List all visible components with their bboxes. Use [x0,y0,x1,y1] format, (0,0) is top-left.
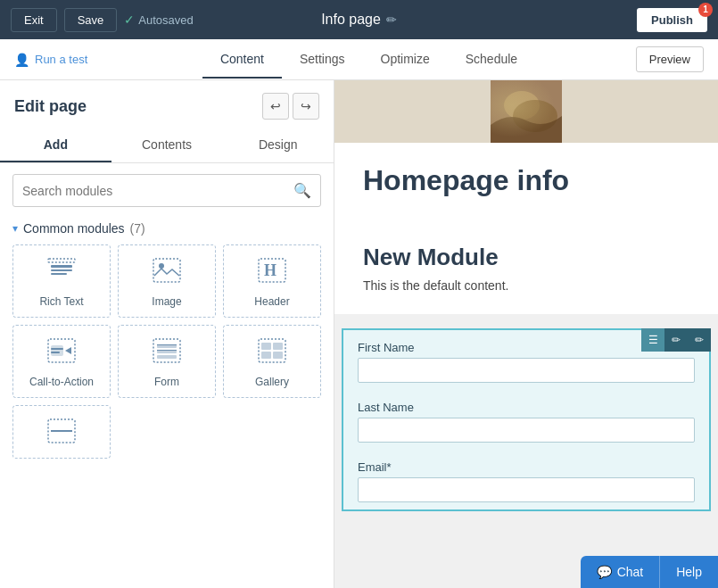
preview-button[interactable]: Preview [636,46,704,72]
chat-help-bar: 💬 Chat Help [581,556,718,588]
exit-button[interactable]: Exit [11,8,57,32]
sidebar-tabs: Add Contents Design [0,128,334,163]
svg-rect-11 [51,348,63,350]
chat-button[interactable]: 💬 Chat [581,556,660,588]
svg-rect-17 [157,344,177,345]
form-input-email[interactable] [358,477,695,502]
preview-image-area [334,80,718,143]
svg-rect-4 [153,259,180,282]
autosaved-label: Autosaved [138,13,193,27]
svg-rect-23 [273,352,283,359]
nav-bar: 👤 Run a test Content Settings Optimize S… [0,39,718,80]
tab-schedule[interactable]: Schedule [448,41,535,79]
svg-rect-22 [261,352,271,359]
search-box: 🔍 [12,174,321,207]
sidebar-tab-add[interactable]: Add [0,128,111,162]
sidebar-header: Edit page ↩ ↪ [0,80,334,128]
help-button[interactable]: Help [659,556,718,588]
module-cta[interactable]: Call-to-Action [12,325,111,398]
rich-text-icon [47,258,76,288]
nav-tabs: Content Settings Optimize Schedule [105,41,631,79]
svg-rect-26 [491,80,562,143]
publish-badge: 1 [698,3,713,17]
rich-text-label: Rich Text [39,295,83,308]
module-count: (7) [130,221,145,236]
user-icon: 👤 [14,53,29,67]
module-rich-text[interactable]: Rich Text [12,244,111,318]
form-label-email: Email* [358,460,695,474]
cta-label: Call-to-Action [29,376,94,388]
form-section[interactable]: ☰ ✏ ✏ First Name Last Name Email* [342,328,711,511]
form-toolbar: ☰ ✏ ✏ [641,328,711,352]
gallery-label: Gallery [255,376,289,388]
header-icon: H [258,258,286,288]
edit-pencil-icon[interactable]: ✏ [386,12,397,27]
form-icon [153,338,181,369]
svg-point-28 [513,100,557,132]
chevron-down-icon: ▾ [12,222,18,235]
page-title: Info page ✏ [321,12,397,28]
undo-redo-controls: ↩ ↪ [262,93,319,120]
search-button[interactable]: 🔍 [285,175,320,206]
top-bar: Exit Save ✓ Autosaved Info page ✏ Publis… [0,0,718,39]
search-wrap: 🔍 [0,163,334,214]
svg-rect-21 [273,343,283,350]
svg-marker-10 [65,347,71,354]
svg-rect-2 [51,269,72,271]
svg-rect-18 [157,350,177,351]
new-module-text: This is the default content. [363,278,689,293]
sidebar-title: Edit page [14,97,87,116]
svg-rect-0 [48,259,75,262]
svg-rect-1 [51,265,72,268]
form-input-lastname[interactable] [358,418,695,443]
form-tool-edit-1[interactable]: ✏ [664,328,688,352]
modules-section: ▾ Common modules (7) Rich Text [0,214,334,588]
preview-image [491,80,562,143]
content-area: Homepage info New Module This is the def… [334,80,718,588]
module-divider[interactable] [12,405,111,459]
divider-icon [47,418,76,449]
new-module-section: New Module This is the default content. [334,222,718,314]
common-modules-header[interactable]: ▾ Common modules (7) [12,214,321,244]
tab-settings[interactable]: Settings [282,41,363,79]
new-module-title: New Module [363,244,689,271]
form-tool-edit-2[interactable]: ✏ [688,328,711,352]
image-icon [153,258,181,288]
tab-content[interactable]: Content [202,41,282,79]
form-label: Form [154,376,179,388]
gallery-icon [258,338,286,369]
svg-point-27 [504,91,540,120]
svg-rect-19 [259,339,285,362]
chat-icon: 💬 [597,565,612,579]
undo-button[interactable]: ↩ [262,93,289,120]
search-input[interactable] [13,177,285,205]
svg-rect-20 [261,343,271,350]
svg-rect-3 [51,273,67,275]
svg-rect-12 [51,352,60,353]
module-image[interactable]: Image [118,244,216,318]
tab-optimize[interactable]: Optimize [363,41,448,79]
save-button[interactable]: Save [64,8,118,32]
module-gallery[interactable]: Gallery [223,325,321,398]
publish-button[interactable]: Publish 1 [637,8,707,32]
module-header[interactable]: H Header [223,244,321,318]
svg-rect-9 [51,345,63,356]
module-form[interactable]: Form [118,325,216,398]
homepage-info-title: Homepage info [363,164,689,197]
run-test-button[interactable]: 👤 Run a test [14,53,87,67]
sidebar-tab-contents[interactable]: Contents [111,128,223,162]
form-input-firstname[interactable] [358,358,695,383]
image-label: Image [152,295,181,308]
cta-icon [47,338,76,369]
search-icon: 🔍 [293,183,311,198]
sidebar-tab-design[interactable]: Design [222,128,334,162]
sidebar: Edit page ↩ ↪ « Add Contents Design 🔍 [0,80,334,588]
homepage-info-section: Homepage info [334,143,718,222]
autosaved-check-icon: ✓ [124,12,135,27]
form-tool-list[interactable]: ☰ [641,328,664,352]
autosaved-status: ✓ Autosaved [124,12,193,27]
form-label-lastname: Last Name [358,401,695,414]
main-layout: Edit page ↩ ↪ « Add Contents Design 🔍 [0,80,718,588]
redo-button[interactable]: ↪ [293,93,319,120]
modules-grid: Rich Text Image [12,244,321,468]
